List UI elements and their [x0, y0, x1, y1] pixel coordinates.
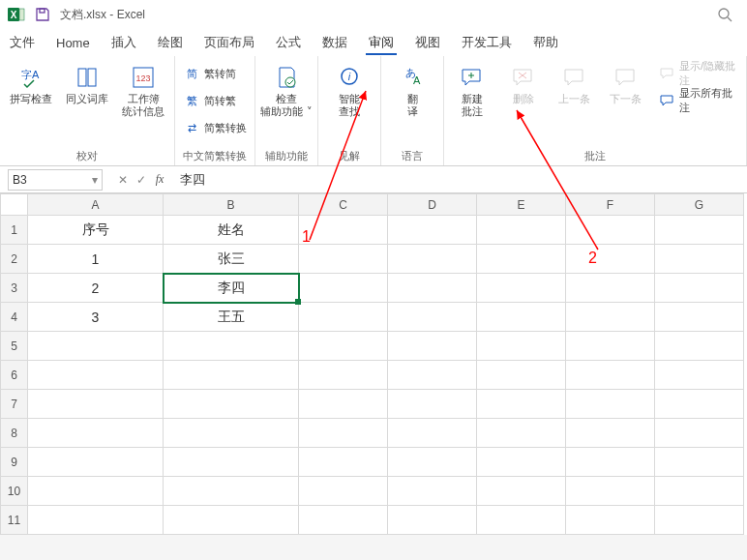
cell-f9[interactable]	[566, 448, 655, 477]
cell-c5[interactable]	[299, 332, 388, 361]
cell-a1[interactable]: 序号	[28, 216, 164, 245]
cell-d11[interactable]	[388, 506, 477, 535]
cell-d9[interactable]	[388, 448, 477, 477]
cell-a2[interactable]: 1	[28, 245, 164, 274]
menu-file[interactable]: 文件	[10, 34, 35, 51]
cell-e3[interactable]	[477, 274, 566, 303]
cell-e1[interactable]	[477, 216, 566, 245]
row-header-7[interactable]: 7	[1, 390, 28, 419]
col-header-e[interactable]: E	[477, 194, 566, 216]
cell-e5[interactable]	[477, 332, 566, 361]
enter-icon[interactable]: ✓	[133, 171, 150, 189]
cell-a3[interactable]: 2	[28, 274, 164, 303]
cell-b6[interactable]	[164, 361, 299, 390]
cell-b1[interactable]: 姓名	[164, 216, 299, 245]
btn-spellcheck[interactable]: 字A 拼写检查	[8, 60, 54, 105]
cancel-icon[interactable]: ✕	[114, 171, 132, 189]
col-header-f[interactable]: F	[566, 194, 655, 216]
cell-d2[interactable]	[388, 245, 477, 274]
cell-c10[interactable]	[299, 477, 388, 506]
select-all-corner[interactable]	[1, 194, 28, 216]
cell-d4[interactable]	[388, 303, 477, 332]
col-header-g[interactable]: G	[655, 194, 744, 216]
row-header-9[interactable]: 9	[1, 448, 28, 477]
cell-b10[interactable]	[164, 477, 299, 506]
cell-c4[interactable]	[299, 303, 388, 332]
row-header-3[interactable]: 3	[1, 274, 28, 303]
cell-c2[interactable]	[299, 245, 388, 274]
cell-e6[interactable]	[477, 361, 566, 390]
row-header-4[interactable]: 4	[1, 303, 28, 332]
cell-f6[interactable]	[566, 361, 655, 390]
cell-g11[interactable]	[655, 506, 744, 535]
row-header-10[interactable]: 10	[1, 477, 28, 506]
cell-b3[interactable]: 李四	[164, 274, 299, 303]
cell-f4[interactable]	[566, 303, 655, 332]
cell-g1[interactable]	[655, 216, 744, 245]
cell-a6[interactable]	[28, 361, 164, 390]
cell-f2[interactable]	[566, 245, 655, 274]
menu-insert[interactable]: 插入	[111, 34, 136, 51]
cell-d3[interactable]	[388, 274, 477, 303]
btn-workbook-stats[interactable]: 123 工作簿 统计信息	[120, 60, 166, 118]
cell-e11[interactable]	[477, 506, 566, 535]
cell-a11[interactable]	[28, 506, 164, 535]
btn-s2t[interactable]: 简繁转简	[183, 62, 247, 85]
menu-data[interactable]: 数据	[322, 34, 347, 51]
cell-e4[interactable]	[477, 303, 566, 332]
name-box[interactable]: B3 ▾	[8, 169, 103, 191]
cell-d5[interactable]	[388, 332, 477, 361]
cell-a8[interactable]	[28, 419, 164, 448]
btn-check-accessibility[interactable]: 检查 辅助功能 ˅	[263, 60, 310, 118]
cell-c7[interactable]	[299, 390, 388, 419]
row-header-6[interactable]: 6	[1, 361, 28, 390]
col-header-b[interactable]: B	[164, 194, 299, 216]
cell-f3[interactable]	[566, 274, 655, 303]
row-header-1[interactable]: 1	[1, 216, 28, 245]
cell-g6[interactable]	[655, 361, 744, 390]
cell-f10[interactable]	[566, 477, 655, 506]
cell-b5[interactable]	[164, 332, 299, 361]
cell-f7[interactable]	[566, 390, 655, 419]
row-header-2[interactable]: 2	[1, 245, 28, 274]
cell-c8[interactable]	[299, 419, 388, 448]
cell-b7[interactable]	[164, 390, 299, 419]
btn-convert[interactable]: ⇄简繁转换	[183, 116, 247, 139]
cell-d1[interactable]	[388, 216, 477, 245]
cell-d6[interactable]	[388, 361, 477, 390]
cell-g8[interactable]	[655, 419, 744, 448]
cell-a7[interactable]	[28, 390, 164, 419]
cell-g5[interactable]	[655, 332, 744, 361]
cell-g3[interactable]	[655, 274, 744, 303]
menu-dev[interactable]: 开发工具	[462, 34, 512, 51]
formula-input[interactable]: 李四	[168, 171, 747, 189]
cell-g4[interactable]	[655, 303, 744, 332]
cell-a9[interactable]	[28, 448, 164, 477]
cell-a10[interactable]	[28, 477, 164, 506]
btn-t2s[interactable]: 繁简转繁	[183, 89, 247, 112]
cell-g9[interactable]	[655, 448, 744, 477]
cell-b4[interactable]: 王五	[164, 303, 299, 332]
cell-b9[interactable]	[164, 448, 299, 477]
col-header-a[interactable]: A	[28, 194, 164, 216]
menu-help[interactable]: 帮助	[533, 34, 558, 51]
cell-e8[interactable]	[477, 419, 566, 448]
cell-b11[interactable]	[164, 506, 299, 535]
menu-review[interactable]: 审阅	[369, 34, 394, 51]
fx-icon[interactable]: fx	[151, 171, 168, 189]
cell-a5[interactable]	[28, 332, 164, 361]
menu-view[interactable]: 视图	[415, 34, 440, 51]
cell-f11[interactable]	[566, 506, 655, 535]
search-icon[interactable]	[710, 3, 739, 26]
cell-c11[interactable]	[299, 506, 388, 535]
btn-show-all-comments[interactable]: 显示所有批注	[660, 89, 738, 112]
cell-g7[interactable]	[655, 390, 744, 419]
cell-g10[interactable]	[655, 477, 744, 506]
btn-smart-lookup[interactable]: i 智能 查找	[326, 60, 373, 118]
cell-f5[interactable]	[566, 332, 655, 361]
col-header-d[interactable]: D	[388, 194, 477, 216]
cell-b8[interactable]	[164, 419, 299, 448]
btn-thesaurus[interactable]: 同义词库	[64, 60, 110, 105]
cell-f1[interactable]	[566, 216, 655, 245]
row-header-8[interactable]: 8	[1, 419, 28, 448]
